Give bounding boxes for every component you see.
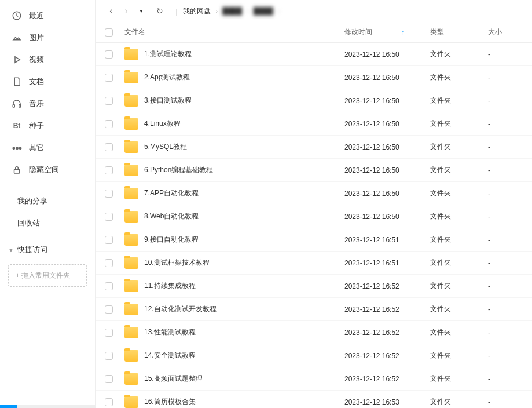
file-name-cell[interactable]: 16.简历模板合集 [121, 396, 344, 408]
file-type-cell: 文件夹 [430, 258, 488, 268]
file-time-cell: 2023-12-12 16:51 [344, 236, 430, 244]
breadcrumb-item[interactable]: ████ [222, 7, 242, 15]
file-row[interactable]: 12.自动化测试开发教程 2023-12-12 16:52 文件夹 - [96, 298, 532, 321]
refresh-button[interactable]: ↻ [153, 6, 166, 16]
file-name-cell[interactable]: 4.Linux教程 [121, 118, 344, 130]
file-row[interactable]: 9.接口自动化教程 2023-12-12 16:51 文件夹 - [96, 228, 532, 252]
file-name-cell[interactable]: 12.自动化测试开发教程 [121, 304, 344, 315]
file-name-cell[interactable]: 9.接口自动化教程 [121, 234, 344, 246]
row-checkbox[interactable] [105, 166, 113, 174]
row-checkbox[interactable] [105, 398, 113, 406]
file-type-cell: 文件夹 [430, 119, 488, 129]
col-header-size[interactable]: 大小 [488, 27, 523, 37]
row-checkbox[interactable] [105, 213, 113, 221]
file-name-label: 2.App测试教程 [144, 72, 190, 82]
row-checkbox[interactable] [105, 120, 113, 128]
row-checkbox[interactable] [105, 282, 113, 290]
file-name-cell[interactable]: 14.安全测试教程 [121, 350, 344, 362]
file-type-cell: 文件夹 [430, 212, 488, 221]
file-row[interactable]: 2.App测试教程 2023-12-12 16:50 文件夹 - [96, 66, 532, 89]
clock-icon [12, 10, 22, 21]
file-row[interactable]: 5.MySQL教程 2023-12-12 16:50 文件夹 - [96, 136, 532, 159]
row-checkbox[interactable] [105, 259, 113, 267]
file-row[interactable]: 13.性能测试教程 2023-12-12 16:52 文件夹 - [96, 321, 532, 344]
folder-icon [124, 234, 138, 246]
file-name-cell[interactable]: 7.APP自动化教程 [121, 188, 344, 199]
nav-recent[interactable]: 最近 [0, 5, 95, 27]
file-name-label: 7.APP自动化教程 [144, 188, 199, 198]
file-name-cell[interactable]: 10.测试框架技术教程 [121, 257, 344, 269]
svg-rect-2 [19, 105, 21, 108]
file-row[interactable]: 10.测试框架技术教程 2023-12-12 16:51 文件夹 - [96, 252, 532, 275]
file-name-label: 15.高频面试题整理 [144, 374, 203, 384]
folder-icon [124, 396, 138, 408]
file-row[interactable]: 8.Web自动化教程 2023-12-12 16:50 文件夹 - [96, 205, 532, 228]
file-time-cell: 2023-12-12 16:50 [344, 97, 430, 105]
file-name-cell[interactable]: 13.性能测试教程 [121, 327, 344, 338]
file-row[interactable]: 11.持续集成教程 2023-12-12 16:52 文件夹 - [96, 275, 532, 298]
file-name-cell[interactable]: 6.Python编程基础教程 [121, 165, 344, 176]
col-header-time[interactable]: 修改时间 ↑ [344, 27, 430, 37]
file-size-cell: - [488, 143, 523, 151]
row-checkbox[interactable] [105, 74, 113, 82]
file-name-cell[interactable]: 5.MySQL教程 [121, 141, 344, 153]
file-size-cell: - [488, 166, 523, 174]
file-row[interactable]: 15.高频面试题整理 2023-12-12 16:52 文件夹 - [96, 367, 532, 391]
nav-share[interactable]: 我的分享 [0, 190, 95, 212]
file-name-cell[interactable]: 2.App测试教程 [121, 72, 344, 83]
nav-bt[interactable]: Bt 种子 [0, 115, 95, 137]
breadcrumb-item[interactable]: ████ [254, 7, 273, 15]
file-row[interactable]: 3.接口测试教程 2023-12-12 16:50 文件夹 - [96, 89, 532, 112]
quick-access-dropzone[interactable]: + 拖入常用文件夹 [8, 264, 87, 287]
row-checkbox[interactable] [105, 97, 113, 105]
chevron-right-icon: › [278, 8, 280, 14]
row-checkbox[interactable] [105, 143, 113, 151]
col-header-name[interactable]: 文件名 [121, 27, 344, 37]
file-name-cell[interactable]: 11.持续集成教程 [121, 280, 344, 292]
dots-icon: ●●● [12, 143, 22, 153]
file-type-cell: 文件夹 [430, 281, 488, 291]
file-name-label: 12.自动化测试开发教程 [144, 304, 217, 314]
row-checkbox[interactable] [105, 190, 113, 198]
row-checkbox[interactable] [105, 236, 113, 244]
nav-forward-button[interactable]: › [120, 6, 133, 16]
nav-videos[interactable]: 视频 [0, 49, 95, 71]
file-row[interactable]: 6.Python编程基础教程 2023-12-12 16:50 文件夹 - [96, 159, 532, 182]
row-checkbox[interactable] [105, 50, 113, 59]
nav-label: 视频 [29, 54, 44, 65]
file-name-cell[interactable]: 15.高频面试题整理 [121, 373, 344, 385]
file-time-cell: 2023-12-12 16:50 [344, 120, 430, 128]
file-name-cell[interactable]: 8.Web自动化教程 [121, 211, 344, 223]
file-name-cell[interactable]: 1.测试理论教程 [121, 49, 344, 60]
col-header-type[interactable]: 类型 [430, 27, 488, 37]
folder-icon [124, 211, 138, 223]
row-checkbox[interactable] [105, 329, 113, 337]
file-list[interactable]: 1.测试理论教程 2023-12-12 16:50 文件夹 - 2.App测试教… [96, 43, 532, 408]
dropdown-icon[interactable]: ▼ [135, 9, 148, 14]
file-type-cell: 文件夹 [430, 235, 488, 245]
quick-access-toggle[interactable]: ▼ 快捷访问 [0, 239, 95, 261]
nav-other[interactable]: ●●● 其它 [0, 137, 95, 159]
file-row[interactable]: 7.APP自动化教程 2023-12-12 16:50 文件夹 - [96, 182, 532, 205]
file-row[interactable]: 4.Linux教程 2023-12-12 16:50 文件夹 - [96, 112, 532, 136]
nav-docs[interactable]: 文档 [0, 71, 95, 93]
svg-rect-1 [13, 105, 14, 108]
file-type-cell: 文件夹 [430, 72, 488, 82]
breadcrumb-root[interactable]: 我的网盘 [183, 6, 211, 16]
nav-back-button[interactable]: ‹ [105, 6, 118, 16]
nav-images[interactable]: 图片 [0, 27, 95, 49]
nav-label: 种子 [29, 121, 44, 131]
select-all-checkbox[interactable] [105, 28, 113, 37]
row-checkbox-cell [105, 213, 121, 221]
row-checkbox-cell [105, 329, 121, 337]
row-checkbox[interactable] [105, 352, 113, 360]
file-row[interactable]: 16.简历模板合集 2023-12-12 16:53 文件夹 - [96, 391, 532, 408]
nav-trash[interactable]: 回收站 [0, 212, 95, 234]
nav-audio[interactable]: 音乐 [0, 93, 95, 115]
row-checkbox[interactable] [105, 375, 113, 383]
file-row[interactable]: 1.测试理论教程 2023-12-12 16:50 文件夹 - [96, 43, 532, 66]
file-row[interactable]: 14.安全测试教程 2023-12-12 16:52 文件夹 - [96, 344, 532, 367]
file-name-cell[interactable]: 3.接口测试教程 [121, 95, 344, 107]
row-checkbox[interactable] [105, 305, 113, 314]
nav-hidden[interactable]: 隐藏空间 [0, 159, 95, 181]
